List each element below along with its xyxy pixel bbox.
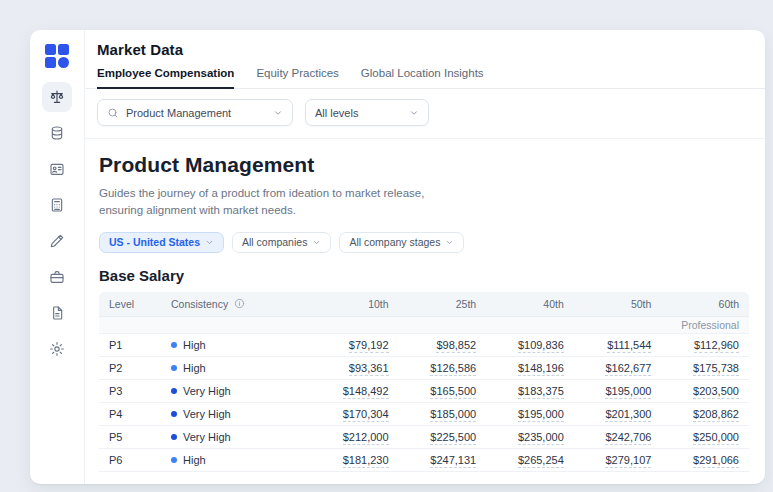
app-window: Market Data Employee Compensation Equity… [30, 30, 765, 484]
salary-value[interactable]: $212,000 [343, 431, 389, 445]
filter-chip-company-stages[interactable]: All company stages [339, 232, 464, 253]
filter-bar: Product Management All levels [85, 89, 765, 139]
salary-value[interactable]: $250,000 [693, 431, 739, 445]
sidebar-item-calculator[interactable] [42, 190, 72, 220]
consistency-label: Very High [183, 385, 231, 397]
sidebar-item-benchmarks[interactable] [42, 82, 72, 112]
info-icon[interactable] [234, 298, 245, 309]
scale-icon [49, 89, 65, 105]
base-salary-table: Level Consistency 10th 25th 40th 50th 60… [99, 292, 749, 472]
table-row: P2 High $93,361 $126,586 $148,196 $162,6… [99, 357, 749, 380]
logo-grid-icon [44, 43, 70, 69]
col-50th: 50th [574, 292, 662, 317]
content-area: Product Management Guides the journey of… [85, 139, 765, 484]
role-description: Guides the journey of a product from ide… [99, 185, 451, 220]
filter-chip-country[interactable]: US - United States [99, 232, 224, 253]
calculator-icon [49, 197, 65, 213]
role-select[interactable]: Product Management [97, 99, 293, 126]
salary-value[interactable]: $148,492 [343, 385, 389, 399]
main-panel: Market Data Employee Compensation Equity… [85, 30, 765, 484]
col-consistency: Consistency [161, 292, 311, 317]
document-icon [49, 305, 65, 321]
level-select[interactable]: All levels [305, 99, 429, 126]
level-select-value: All levels [315, 107, 402, 119]
chevron-down-icon [273, 108, 283, 118]
salary-value[interactable]: $181,230 [343, 454, 389, 468]
consistency-dot [171, 434, 177, 440]
header: Market Data [85, 30, 765, 58]
filter-chip-companies[interactable]: All companies [232, 232, 331, 253]
chip-filters: US - United States All companies All com… [99, 232, 749, 253]
tab-bar: Employee Compensation Equity Practices G… [85, 67, 765, 89]
app-logo[interactable] [44, 43, 70, 69]
sidebar-item-briefcase[interactable] [42, 262, 72, 292]
pencil-icon [49, 233, 65, 249]
table-header-row: Level Consistency 10th 25th 40th 50th 60… [99, 292, 749, 317]
consistency-dot [171, 457, 177, 463]
chip-label: All company stages [349, 236, 440, 248]
table-row: P3 Very High $148,492 $165,500 $183,375 … [99, 380, 749, 403]
chevron-down-icon [205, 238, 214, 247]
consistency-label: Very High [183, 431, 231, 443]
salary-value[interactable]: $148,196 [518, 362, 564, 376]
coins-icon [49, 125, 65, 141]
salary-value[interactable]: $126,586 [430, 362, 476, 376]
gear-icon [49, 341, 65, 357]
consistency-dot [171, 411, 177, 417]
id-card-icon [49, 161, 65, 177]
sidebar [30, 30, 85, 484]
salary-value[interactable]: $165,500 [430, 385, 476, 399]
salary-value[interactable]: $112,960 [694, 339, 739, 353]
col-40th: 40th [486, 292, 574, 317]
briefcase-icon [49, 269, 65, 285]
salary-value[interactable]: $265,254 [518, 454, 564, 468]
salary-value[interactable]: $98,852 [436, 339, 476, 353]
table-row: P6 High $181,230 $247,131 $265,254 $279,… [99, 449, 749, 472]
salary-value[interactable]: $208,862 [693, 408, 739, 422]
chevron-down-icon [312, 238, 321, 247]
sidebar-item-settings[interactable] [42, 334, 72, 364]
sidebar-nav [42, 82, 72, 364]
sidebar-item-compensation[interactable] [42, 118, 72, 148]
salary-value[interactable]: $195,000 [605, 385, 651, 399]
salary-value[interactable]: $225,500 [430, 431, 476, 445]
table-row: P5 Very High $212,000 $225,500 $235,000 … [99, 426, 749, 449]
salary-value[interactable]: $203,500 [693, 385, 739, 399]
salary-value[interactable]: $109,836 [518, 339, 564, 353]
salary-value[interactable]: $183,375 [518, 385, 564, 399]
chip-label: US - United States [109, 236, 200, 248]
salary-value[interactable]: $201,300 [605, 408, 651, 422]
tab-employee-compensation[interactable]: Employee Compensation [97, 67, 234, 89]
sidebar-item-edit[interactable] [42, 226, 72, 256]
salary-value[interactable]: $235,000 [518, 431, 564, 445]
chevron-down-icon [409, 108, 419, 118]
sidebar-item-id-card[interactable] [42, 154, 72, 184]
group-label: Professional [99, 317, 749, 334]
salary-value[interactable]: $162,677 [605, 362, 651, 376]
consistency-label: Very High [183, 408, 231, 420]
salary-value[interactable]: $93,361 [349, 362, 389, 376]
tab-global-location-insights[interactable]: Global Location Insights [361, 67, 484, 88]
salary-value[interactable]: $195,000 [518, 408, 564, 422]
search-icon [107, 107, 119, 119]
salary-value[interactable]: $111,544 [607, 339, 651, 353]
consistency-label: High [183, 362, 206, 374]
consistency-dot [171, 388, 177, 394]
col-25th: 25th [399, 292, 487, 317]
salary-value[interactable]: $185,000 [430, 408, 476, 422]
salary-value[interactable]: $175,738 [693, 362, 739, 376]
table-row: P1 High $79,192 $98,852 $109,836 $111,54… [99, 334, 749, 357]
sidebar-item-documents[interactable] [42, 298, 72, 328]
consistency-label: High [183, 454, 206, 466]
desktop-background: Market Data Employee Compensation Equity… [0, 0, 773, 492]
consistency-dot [171, 365, 177, 371]
salary-value[interactable]: $291,066 [693, 454, 739, 468]
tab-equity-practices[interactable]: Equity Practices [256, 67, 338, 88]
chip-label: All companies [242, 236, 307, 248]
salary-value[interactable]: $79,192 [349, 339, 389, 353]
salary-value[interactable]: $247,131 [430, 454, 476, 468]
col-level: Level [99, 292, 161, 317]
salary-value[interactable]: $279,107 [605, 454, 651, 468]
salary-value[interactable]: $170,304 [343, 408, 389, 422]
salary-value[interactable]: $242,706 [605, 431, 651, 445]
